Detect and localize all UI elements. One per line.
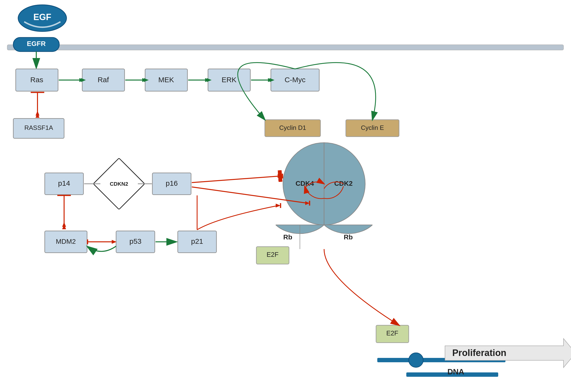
cmyc-cyclin-arc1 [295, 63, 376, 120]
cdk2-label: CDK2 [334, 180, 353, 187]
svg-marker-23 [305, 201, 310, 205]
e2f-bound-node [256, 247, 289, 264]
cdk4-half [283, 143, 324, 225]
membrane-bar [7, 45, 563, 50]
cyclin-e-label: Cyclin E [361, 124, 384, 131]
diagram-container: EGF EGFR Ras Raf MEK ERK C-Myc [0, 0, 571, 392]
arrow-p16-cdk2 [192, 187, 307, 203]
rassf1a-node [13, 118, 64, 138]
p53-node [116, 231, 155, 253]
cdk-loop3 [324, 186, 343, 198]
raf-label: Raf [98, 76, 109, 84]
cdk-loop1 [305, 182, 324, 189]
arrow-rb-e2f-release [324, 249, 399, 325]
egfr-node [13, 38, 59, 52]
cdkn2-node: CDKN2 [93, 158, 145, 210]
svg-marker-9 [81, 78, 86, 82]
arrow-p16-cdk4 [192, 176, 280, 182]
cdk-loop4 [305, 186, 324, 198]
p53-label: p53 [129, 237, 142, 245]
svg-marker-21 [278, 174, 283, 178]
rb-right-label: Rb [344, 233, 353, 241]
svg-marker-10 [142, 78, 147, 82]
egf-label: EGF [33, 12, 51, 22]
rb-right [324, 225, 372, 234]
svg-rect-7 [7, 45, 563, 50]
rb-left-label: Rb [283, 233, 292, 241]
cyclin-d1-node [265, 120, 320, 137]
dna-circle [409, 353, 423, 367]
svg-marker-27 [62, 222, 66, 227]
mdm2-node [45, 231, 87, 253]
e2f-free-node [376, 325, 409, 343]
p14-node [45, 173, 84, 195]
svg-marker-14 [268, 78, 273, 82]
svg-rect-20 [93, 158, 145, 210]
raf-node [82, 69, 125, 91]
svg-marker-8 [79, 78, 84, 82]
ras-label: Ras [30, 76, 43, 84]
svg-marker-31 [276, 204, 281, 208]
svg-marker-26 [62, 224, 66, 229]
cmyc-node [271, 69, 319, 91]
proliferation-arrow [445, 338, 571, 368]
arrow-p21-cdk [197, 206, 278, 230]
cdk-loop2 [324, 182, 343, 189]
p21-node [178, 231, 216, 253]
e2f-free-label: E2F [386, 330, 398, 337]
cdk2-half [324, 143, 365, 225]
cmyc-label: C-Myc [285, 76, 306, 84]
egfr-label: EGFR [27, 40, 46, 47]
arrow-p53-mdm2 [87, 246, 116, 252]
svg-marker-28 [112, 240, 116, 244]
egf-node [18, 5, 67, 31]
proliferation-label: Proliferation [452, 348, 506, 358]
svg-marker-13 [207, 78, 212, 82]
svg-marker-11 [144, 78, 149, 82]
p16-label: p16 [166, 179, 178, 187]
dna-bar-2 [406, 372, 498, 377]
e2f-bound-label: E2F [267, 251, 279, 258]
p14-label: p14 [58, 179, 70, 187]
ras-node [16, 69, 58, 91]
erk-node [208, 69, 250, 91]
svg-marker-12 [205, 78, 210, 82]
dna-bar-1 [377, 358, 505, 362]
pathway-arrows: EGF EGFR Ras Raf MEK ERK C-Myc [0, 0, 571, 392]
cyclin-d1-label: Cyclin D1 [279, 124, 306, 131]
p21-label: p21 [191, 237, 203, 245]
erk-label: ERK [222, 76, 237, 84]
mek-node [145, 69, 187, 91]
mek-label: MEK [158, 76, 174, 84]
cyclin-e-node [346, 120, 399, 137]
dna-text: DNA [447, 367, 464, 376]
cmyc-cyclin-arc2 [238, 63, 295, 120]
svg-marker-15 [270, 78, 274, 82]
svg-marker-17 [36, 113, 39, 118]
svg-marker-18 [36, 111, 39, 116]
rb-left [276, 225, 324, 234]
cdkn2-label: CDKN2 [110, 181, 128, 187]
rassf1a-label: RASSF1A [24, 124, 53, 131]
mdm2-label: MDM2 [56, 238, 76, 245]
cdk4-label: CDK4 [296, 180, 314, 187]
p16-node [152, 173, 191, 195]
